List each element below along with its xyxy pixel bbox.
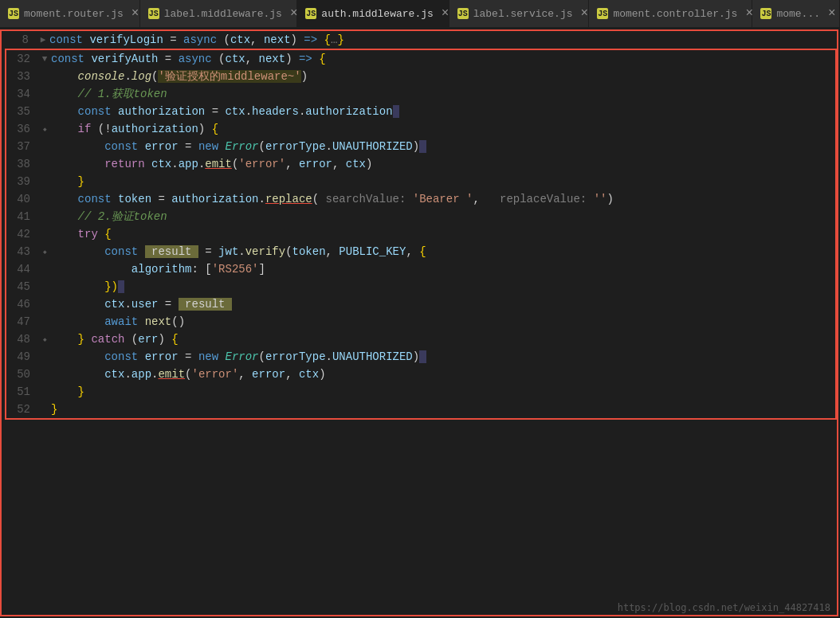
- tab-label-3: label.service.js: [473, 8, 573, 20]
- code-line-33: 33 console.log('验证授权的middleware~'): [6, 68, 835, 85]
- tab-label-2: auth.middleware.js: [321, 8, 433, 20]
- ln-39: 39: [6, 173, 30, 190]
- code-line-39: 39 }: [6, 173, 835, 190]
- code-line-35: 35 const authorization = ctx.headers.aut…: [6, 103, 835, 120]
- code-43: const result = jwt.verify(token, PUBLIC_…: [51, 243, 835, 260]
- tab-close-1[interactable]: ×: [290, 7, 298, 20]
- code-34: // 1.获取token: [51, 85, 835, 103]
- ln-37: 37: [6, 138, 30, 155]
- tab-2[interactable]: JSauth.middleware.js×: [297, 0, 449, 27]
- editor: 8 ▶ const verifyLogin = async (ctx, next…: [0, 28, 840, 618]
- code-line-42: 42 try {: [6, 225, 835, 243]
- fold-39: [38, 173, 51, 190]
- ln-51: 51: [6, 383, 30, 401]
- ln-41: 41: [6, 208, 30, 225]
- line-num-8: 8: [5, 31, 29, 49]
- tab-icon-1: JS: [148, 8, 159, 19]
- code-44: algorithm: ['RS256']: [51, 260, 835, 278]
- code-38: return ctx.app.emit('error', error, ctx): [51, 155, 835, 173]
- fold-46: [38, 295, 51, 313]
- code-line-38: 38 return ctx.app.emit('error', error, c…: [6, 155, 835, 173]
- code-line-48: 48 ⬥ } catch (err) {: [6, 331, 835, 348]
- code-50: ctx.app.emit('error', error, ctx): [51, 366, 835, 383]
- tab-close-2[interactable]: ×: [442, 7, 449, 20]
- code-40: const token = authorization.replace( sea…: [51, 190, 835, 208]
- fold-42: [38, 225, 51, 243]
- fold-36[interactable]: ⬥: [38, 120, 51, 138]
- fold-51: [38, 383, 51, 401]
- tab-label-4: moment.controller.js: [613, 8, 737, 20]
- fold-icon-8[interactable]: ▶: [37, 31, 49, 49]
- code-line-45: 45 }): [6, 278, 835, 295]
- fold-48[interactable]: ⬥: [38, 331, 51, 348]
- ln-33: 33: [6, 68, 30, 85]
- collapsed-line: 8 ▶ const verifyLogin = async (ctx, next…: [5, 31, 837, 49]
- ln-48: 48: [6, 331, 30, 348]
- code-36: if (!authorization) {: [51, 120, 835, 138]
- fold-45: [38, 278, 51, 295]
- ln-52: 52: [6, 401, 30, 418]
- fold-34: [38, 85, 51, 103]
- code-49: const error = new Error(errorType.UNAUTH…: [51, 348, 835, 366]
- tab-1[interactable]: JSlabel.middleware.js×: [140, 0, 298, 27]
- fold-32[interactable]: ▼: [38, 50, 51, 68]
- tab-icon-4: JS: [597, 8, 608, 19]
- code-line-40: 40 const token = authorization.replace( …: [6, 190, 835, 208]
- tab-icon-2: JS: [305, 8, 316, 19]
- code-line-44: 44 algorithm: ['RS256']: [6, 260, 835, 278]
- tab-icon-3: JS: [457, 8, 469, 19]
- code-line-37: 37 const error = new Error(errorType.UNA…: [6, 138, 835, 155]
- code-line-49: 49 const error = new Error(errorType.UNA…: [6, 348, 835, 366]
- ln-32: 32: [6, 50, 30, 68]
- ln-34: 34: [6, 85, 30, 103]
- fold-33: [38, 68, 51, 85]
- tab-close-5[interactable]: ×: [828, 7, 836, 20]
- code-line-36: 36 ⬥ if (!authorization) {: [6, 120, 835, 138]
- code-42: try {: [51, 225, 835, 243]
- tab-icon-5: JS: [760, 8, 771, 19]
- code-area[interactable]: 8 ▶ const verifyLogin = async (ctx, next…: [0, 29, 838, 616]
- code-51: }: [51, 383, 835, 401]
- fold-43[interactable]: ⬥: [38, 243, 51, 260]
- code-line-43: 43 ⬥ const result = jwt.verify(token, PU…: [6, 243, 835, 260]
- ln-46: 46: [6, 295, 30, 313]
- code-line-41: 41 // 2.验证token: [6, 208, 835, 225]
- code-48: } catch (err) {: [51, 331, 835, 348]
- fold-49: [38, 348, 51, 366]
- fold-40: [38, 190, 51, 208]
- fold-41: [38, 208, 51, 225]
- ln-35: 35: [6, 103, 30, 120]
- tab-3[interactable]: JSlabel.service.js×: [449, 0, 590, 27]
- tab-4[interactable]: JSmoment.controller.js×: [589, 0, 752, 27]
- tab-label-0: moment.router.js: [24, 8, 124, 20]
- tab-close-0[interactable]: ×: [131, 7, 139, 20]
- fold-37: [38, 138, 51, 155]
- ln-38: 38: [6, 155, 30, 173]
- code-45: }): [51, 278, 835, 295]
- code-41: // 2.验证token: [51, 208, 835, 225]
- code-line-46: 46 ctx.user = result: [6, 295, 835, 313]
- ln-50: 50: [6, 366, 30, 383]
- highlighted-block: 32 ▼ const verifyAuth = async (ctx, next…: [5, 49, 837, 420]
- tab-bar: JSmoment.router.js×JSlabel.middleware.js…: [0, 0, 840, 28]
- tab-close-3[interactable]: ×: [581, 7, 589, 20]
- code-line-50: 50 ctx.app.emit('error', error, ctx): [6, 366, 835, 383]
- code-37: const error = new Error(errorType.UNAUTH…: [51, 138, 835, 155]
- code-line-34: 34 // 1.获取token: [6, 85, 835, 103]
- fold-52: [38, 401, 51, 418]
- tab-5[interactable]: JSmome...×: [752, 0, 840, 27]
- code-39: }: [51, 173, 835, 190]
- code-32: const verifyAuth = async (ctx, next) => …: [51, 50, 835, 68]
- ln-49: 49: [6, 348, 30, 366]
- code-line-52: 52 }: [6, 401, 835, 418]
- code-line-51: 51 }: [6, 383, 835, 401]
- tab-0[interactable]: JSmoment.router.js×: [0, 0, 140, 27]
- ln-40: 40: [6, 190, 30, 208]
- tab-label-1: label.middleware.js: [164, 8, 282, 20]
- code-47: await next(): [51, 313, 835, 331]
- code-46: ctx.user = result: [51, 295, 835, 313]
- fold-38: [38, 155, 51, 173]
- fold-35: [38, 103, 51, 120]
- ln-44: 44: [6, 260, 30, 278]
- ln-43: 43: [6, 243, 30, 260]
